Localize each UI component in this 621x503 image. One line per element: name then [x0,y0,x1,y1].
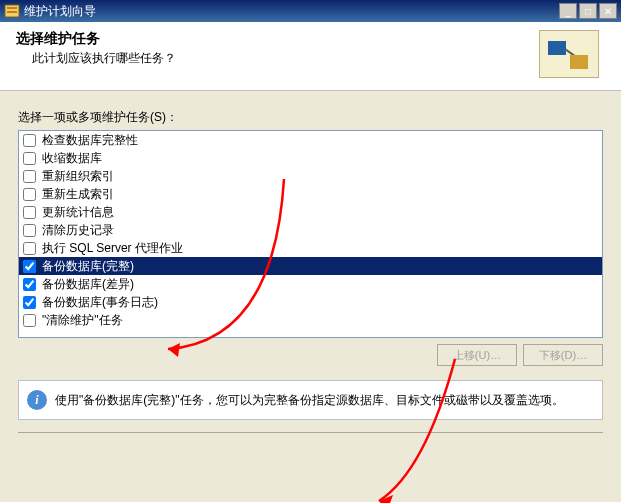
task-checkbox[interactable] [23,296,36,309]
task-checkbox[interactable] [23,152,36,165]
task-checkbox[interactable] [23,314,36,327]
task-label: 备份数据库(差异) [42,276,134,293]
task-checkbox[interactable] [23,170,36,183]
task-label: 清除历史记录 [42,222,114,239]
task-prompt: 选择一项或多项维护任务(S)： [18,109,603,126]
task-checkbox[interactable] [23,224,36,237]
task-checkbox[interactable] [23,206,36,219]
task-item[interactable]: 更新统计信息 [19,203,602,221]
task-item[interactable]: 备份数据库(差异) [19,275,602,293]
page-title: 选择维护任务 [16,30,529,48]
task-checkbox[interactable] [23,188,36,201]
minimize-button[interactable]: _ [559,3,577,19]
close-button[interactable]: ✕ [599,3,617,19]
task-label: 重新组织索引 [42,168,114,185]
page-subtitle: 此计划应该执行哪些任务？ [16,50,529,67]
task-checkbox[interactable] [23,278,36,291]
task-label: "清除维护"任务 [42,312,123,329]
svg-rect-1 [7,7,17,9]
task-checkbox[interactable] [23,260,36,273]
task-list[interactable]: 检查数据库完整性收缩数据库重新组织索引重新生成索引更新统计信息清除历史记录执行 … [18,130,603,338]
task-item[interactable]: 检查数据库完整性 [19,131,602,149]
wizard-icon [539,30,599,78]
task-item[interactable]: 备份数据库(完整) [19,257,602,275]
task-item[interactable]: 清除历史记录 [19,221,602,239]
task-checkbox[interactable] [23,134,36,147]
window-title: 维护计划向导 [24,3,559,20]
annotation-arrow-2 [365,351,465,503]
task-label: 备份数据库(完整) [42,258,134,275]
task-item[interactable]: 收缩数据库 [19,149,602,167]
task-label: 重新生成索引 [42,186,114,203]
task-item[interactable]: 重新生成索引 [19,185,602,203]
maximize-button[interactable]: □ [579,3,597,19]
hint-text: 使用"备份数据库(完整)"任务，您可以为完整备份指定源数据库、目标文件或磁带以及… [55,392,564,409]
task-item[interactable]: 备份数据库(事务日志) [19,293,602,311]
task-label: 收缩数据库 [42,150,102,167]
move-up-button[interactable]: 上移(U)… [437,344,517,366]
app-icon [4,3,20,19]
task-item[interactable]: 执行 SQL Server 代理作业 [19,239,602,257]
move-down-button[interactable]: 下移(D)… [523,344,603,366]
task-label: 执行 SQL Server 代理作业 [42,240,183,257]
separator [18,432,603,433]
task-checkbox[interactable] [23,242,36,255]
task-label: 检查数据库完整性 [42,132,138,149]
task-label: 备份数据库(事务日志) [42,294,158,311]
svg-rect-2 [7,11,17,13]
task-label: 更新统计信息 [42,204,114,221]
task-item[interactable]: 重新组织索引 [19,167,602,185]
task-item[interactable]: "清除维护"任务 [19,311,602,329]
svg-marker-4 [379,495,393,503]
info-icon: i [27,390,47,410]
